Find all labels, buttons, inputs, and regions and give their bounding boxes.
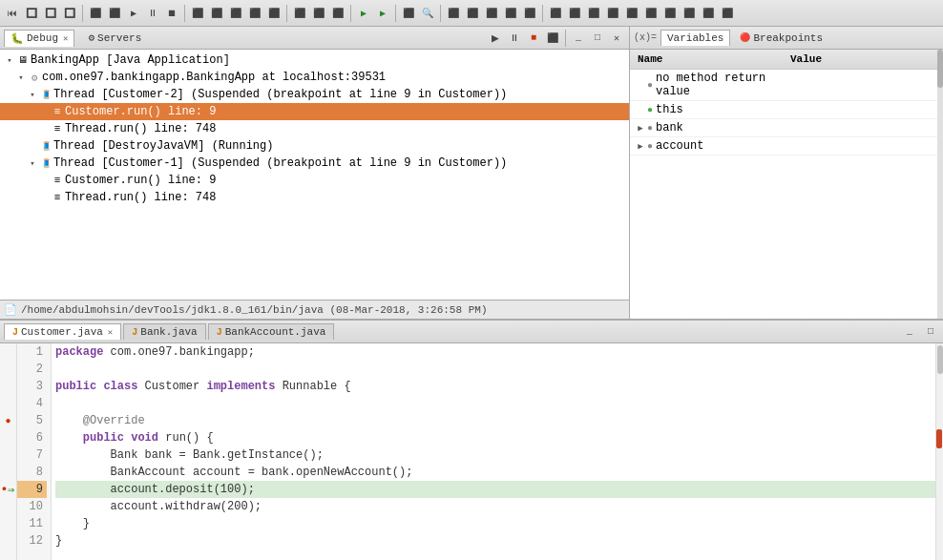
code-line-9: account.deposit(100);: [55, 481, 935, 498]
linenum-10: 10: [17, 498, 47, 515]
line-numbers: 1 2 3 4 5 6 7 8 9 10 11 12: [17, 343, 52, 560]
tab-debug[interactable]: 🐛 Debug ✕: [4, 30, 74, 47]
expand-com-one97[interactable]: ▾: [15, 73, 27, 83]
toolbar-icon-16[interactable]: ⬛: [310, 5, 327, 22]
toolbar-icon-30[interactable]: ⬛: [604, 5, 621, 22]
editor-min-icon[interactable]: _: [901, 323, 918, 341]
gutter-10: [0, 498, 16, 515]
code-line-3: public class Customer implements Runnabl…: [55, 378, 935, 395]
tab-variables[interactable]: Variables: [660, 30, 730, 46]
toolbar-icon-21[interactable]: 🔍: [419, 5, 436, 22]
toolbar-icon-10[interactable]: ⬛: [189, 5, 206, 22]
tab-bank-java[interactable]: J Bank.java: [123, 323, 205, 340]
vars-name-account: account: [656, 139, 780, 153]
tab-bankaccount-java[interactable]: J BankAccount.java: [208, 323, 335, 340]
min-icon[interactable]: _: [570, 30, 587, 47]
toolbar-icon-6[interactable]: ⬛: [106, 5, 123, 22]
thread-tree[interactable]: ▾ 🖥 BankingApp [Java Application] ▾ ⚙ co…: [0, 50, 629, 300]
toolbar-icon-27[interactable]: ⬛: [547, 5, 564, 22]
variables-panel: (x)= Variables 🔴 Breakpoints Name Value …: [630, 27, 943, 319]
expand-customer2[interactable]: ▾: [27, 90, 38, 100]
toolbar-icon-36[interactable]: ⬛: [719, 5, 736, 22]
terminate-icon[interactable]: ■: [525, 30, 542, 47]
toolbar-icon-25[interactable]: ⬛: [502, 5, 519, 22]
toolbar-icon-2[interactable]: 🔲: [23, 5, 40, 22]
toolbar-icon-8[interactable]: ⏸: [144, 5, 161, 22]
toolbar-icon-15[interactable]: ⬛: [291, 5, 308, 22]
thread-icon-2: 🧵: [38, 156, 53, 171]
tree-item-destroy-vm[interactable]: 🧵 Thread [DestroyJavaVM] (Running): [0, 137, 629, 155]
vars-scrollbar[interactable]: [937, 50, 943, 319]
tab-debug-label: Debug: [27, 32, 58, 44]
tree-item-thread-run-748[interactable]: ≡ Thread.run() line: 748: [0, 120, 629, 137]
toolbar-icon-29[interactable]: ⬛: [585, 5, 602, 22]
debug-run-icon[interactable]: ▶: [374, 5, 391, 22]
vars-expand-bank[interactable]: ▶: [634, 123, 647, 134]
gutter-2: [0, 361, 16, 378]
toolbar-icon-17[interactable]: ⬛: [329, 5, 346, 22]
max-icon[interactable]: □: [589, 30, 606, 47]
vars-header-name: Name: [634, 52, 786, 67]
toolbar-icon-23[interactable]: ⬛: [464, 5, 481, 22]
tree-item-thread1-run-748[interactable]: ≡ Thread.run() line: 748: [0, 189, 629, 206]
main-toolbar: ⏮ 🔲 🔲 🔲 ⬛ ⬛ ▶ ⏸ ⏹ ⬛ ⬛ ⬛ ⬛ ⬛ ⬛ ⬛ ⬛ ▶ ▶ ⬛ …: [0, 0, 943, 27]
toolbar-icon-3[interactable]: 🔲: [42, 5, 59, 22]
run-icon[interactable]: ▶: [355, 5, 372, 22]
vars-expand-1: [634, 105, 647, 114]
toolbar-icon-26[interactable]: ⬛: [521, 5, 538, 22]
tree-item-thread-customer1[interactable]: ▾ 🧵 Thread [Customer-1] (Suspended (brea…: [0, 155, 629, 172]
code-line-4: [55, 395, 935, 412]
toolbar-icon-24[interactable]: ⬛: [483, 5, 500, 22]
vars-row-account[interactable]: ▶ ● account: [630, 137, 943, 156]
resume-icon[interactable]: ▶: [487, 30, 504, 47]
tree-item-thread-customer2[interactable]: ▾ 🧵 Thread [Customer-2] (Suspended (brea…: [0, 86, 629, 103]
toolbar-sep-7: [542, 5, 543, 22]
destroy-vm-label: Thread [DestroyJavaVM] (Running): [53, 139, 273, 153]
expand-customer1[interactable]: ▾: [27, 158, 38, 169]
expand-bankingapp[interactable]: ▾: [4, 55, 15, 66]
code-scrollbar[interactable]: [935, 343, 943, 560]
suspend-icon[interactable]: ⏸: [506, 30, 523, 47]
tab-customer-java-close[interactable]: ✕: [108, 327, 113, 338]
toolbar-icon-14[interactable]: ⬛: [265, 5, 283, 22]
tree-item-customer-run[interactable]: ≡ Customer.run() line: 9: [0, 103, 629, 120]
toolbar-icon-12[interactable]: ⬛: [227, 5, 244, 22]
tab-customer-java[interactable]: J Customer.java ✕: [4, 323, 121, 340]
toolbar-icon-35[interactable]: ⬛: [700, 5, 717, 22]
close-debug-icon[interactable]: ✕: [608, 30, 625, 47]
tab-debug-close[interactable]: ✕: [63, 33, 68, 44]
toolbar-icon-20[interactable]: ⬛: [400, 5, 417, 22]
toolbar-icon-11[interactable]: ⬛: [208, 5, 225, 22]
editor-tab-bar: J Customer.java ✕ J Bank.java J BankAcco…: [0, 321, 943, 343]
toolbar-icon-33[interactable]: ⬛: [661, 5, 679, 22]
tab-customer-java-label: Customer.java: [21, 326, 103, 338]
disconnect-icon[interactable]: ⬛: [544, 30, 561, 47]
arrow-indicator-9: ⇒: [8, 483, 14, 497]
tree-item-bankingapp[interactable]: ▾ 🖥 BankingApp [Java Application]: [0, 52, 629, 69]
toolbar-icon-28[interactable]: ⬛: [566, 5, 583, 22]
vars-row-no-return[interactable]: ● no method return value: [630, 70, 943, 101]
status-file-icon: 📄: [4, 303, 17, 316]
toolbar-icon-31[interactable]: ⬛: [623, 5, 640, 22]
vars-row-bank[interactable]: ▶ ● bank: [630, 119, 943, 137]
toolbar-icon-32[interactable]: ⬛: [642, 5, 660, 22]
vars-expand-account[interactable]: ▶: [634, 141, 647, 152]
tab-bankaccount-java-label: BankAccount.java: [225, 326, 326, 338]
tree-item-customer1-run[interactable]: ≡ Customer.run() line: 9: [0, 172, 629, 189]
vars-row-this[interactable]: ● this: [630, 101, 943, 119]
tree-item-com-one97[interactable]: ▾ ⚙ com.one97.bankingapp.BankingApp at l…: [0, 69, 629, 86]
toolbar-icon-1[interactable]: ⏮: [4, 5, 21, 22]
tab-servers[interactable]: ⚙ Servers: [82, 30, 147, 46]
editor-max-icon[interactable]: □: [922, 323, 939, 341]
toolbar-icon-4[interactable]: 🔲: [61, 5, 78, 22]
toolbar-icon-22[interactable]: ⬛: [445, 5, 462, 22]
toolbar-icon-34[interactable]: ⬛: [681, 5, 698, 22]
com-one97-label: com.one97.bankingapp.BankingApp at local…: [42, 71, 386, 84]
tab-breakpoints[interactable]: 🔴 Breakpoints: [734, 31, 828, 46]
code-content[interactable]: package com.one97.bankingapp; public cla…: [52, 343, 935, 560]
toolbar-icon-7[interactable]: ▶: [125, 5, 142, 22]
linenum-9: 9: [17, 481, 47, 498]
toolbar-icon-9[interactable]: ⏹: [163, 5, 180, 22]
toolbar-icon-13[interactable]: ⬛: [246, 5, 263, 22]
toolbar-icon-5[interactable]: ⬛: [87, 5, 104, 22]
